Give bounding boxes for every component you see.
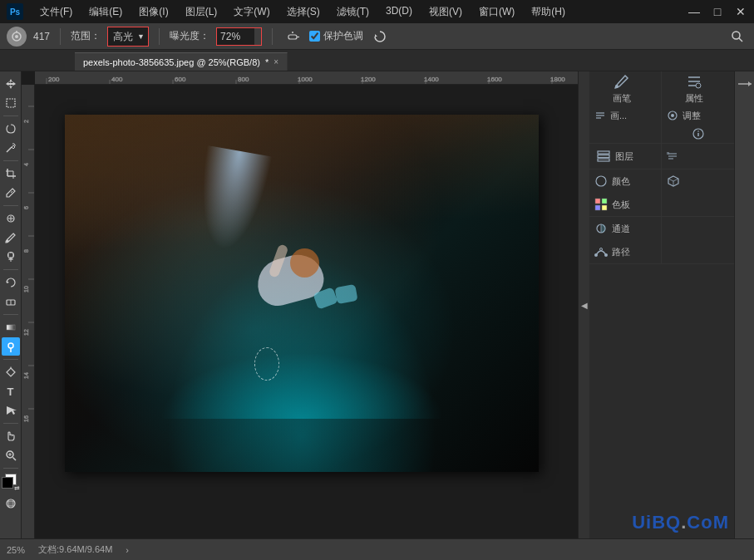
marquee-tool-button[interactable] xyxy=(2,94,20,112)
svg-text:400: 400 xyxy=(111,76,123,83)
menu-view[interactable]: 视图(V) xyxy=(426,3,466,21)
magic-wand-icon xyxy=(5,142,17,154)
tool-separator-2 xyxy=(3,160,18,161)
close-button[interactable]: ✕ xyxy=(734,5,747,18)
document-tab[interactable]: pexels-photo-3856635.jpeg @ 25%(RGB/8) *… xyxy=(75,52,288,71)
menu-image[interactable]: 图像(I) xyxy=(136,3,171,21)
swatches-panel-button[interactable]: 色板 xyxy=(589,193,654,216)
svg-rect-103 xyxy=(595,199,600,204)
adjustments-panel-icon xyxy=(667,110,678,121)
search-button[interactable] xyxy=(727,27,747,47)
svg-rect-3 xyxy=(288,35,297,39)
svg-line-8 xyxy=(739,38,742,42)
document-tab-close[interactable]: × xyxy=(274,57,278,66)
move-tool-button[interactable] xyxy=(2,75,20,93)
svg-line-41 xyxy=(12,458,16,461)
svg-point-36 xyxy=(8,343,13,348)
ps-logo-icon: Ps xyxy=(7,3,23,20)
3d-panel-button[interactable] xyxy=(662,169,734,193)
color-panel-button[interactable]: 颜色 xyxy=(589,169,654,193)
menu-help[interactable]: 帮助(H) xyxy=(528,3,569,21)
foreground-color-swatch[interactable] xyxy=(2,477,13,489)
swatches-panel-label: 色板 xyxy=(612,199,630,211)
svg-text:1400: 1400 xyxy=(424,76,439,83)
minimize-button[interactable]: — xyxy=(687,5,701,18)
expand-panels-icon[interactable] xyxy=(735,78,755,90)
quick-mask-button[interactable] xyxy=(2,494,20,513)
menu-edit[interactable]: 编辑(E) xyxy=(86,3,126,21)
channels-panel-button[interactable]: 通道 xyxy=(589,217,654,240)
floor-glow xyxy=(160,352,444,419)
brush-panel-button[interactable]: 画笔 xyxy=(589,71,654,106)
canvas-body: 2 4 6 8 10 12 14 16 xyxy=(22,85,578,538)
channels-panel-icon xyxy=(594,222,608,235)
panel-toggle-button[interactable]: ◀ xyxy=(578,71,589,538)
paths-panel-button[interactable]: 路径 xyxy=(589,240,654,263)
draw-panel-button[interactable]: 画... xyxy=(589,106,654,125)
type-tool-button[interactable]: T xyxy=(2,382,20,400)
properties-panel-icon xyxy=(686,73,702,90)
properties-panel-label: 属性 xyxy=(685,92,703,105)
eraser-button[interactable] xyxy=(2,292,20,311)
path-select-icon xyxy=(5,405,17,416)
panel-right-4 xyxy=(662,217,734,263)
svg-text:6: 6 xyxy=(23,206,29,209)
spot-heal-button[interactable] xyxy=(2,209,20,228)
lasso-tool-button[interactable] xyxy=(2,120,20,138)
arrow-button[interactable]: › xyxy=(126,545,129,555)
svg-point-1 xyxy=(15,35,18,38)
menu-select[interactable]: 选择(S) xyxy=(283,3,323,21)
pen-tool-button[interactable] xyxy=(2,363,20,381)
eyedropper-icon xyxy=(5,187,17,199)
maximize-button[interactable]: □ xyxy=(711,5,724,18)
ruler-h-svg: 200 400 600 800 1000 1200 1400 1600 1800 xyxy=(35,71,578,85)
tool-separator-5 xyxy=(3,314,18,315)
svg-rect-106 xyxy=(602,205,607,210)
panel-row-1: 画笔 画... xyxy=(589,71,734,144)
menu-layer[interactable]: 图层(L) xyxy=(182,3,221,21)
color-swatch-area[interactable]: ⇄ xyxy=(2,474,20,492)
menu-bar: 文件(F) 编辑(E) 图像(I) 图层(L) 文字(W) 选择(S) 滤镜(T… xyxy=(37,3,569,21)
crop-tool-button[interactable] xyxy=(2,165,20,183)
protect-tone-label[interactable]: 保护色调 xyxy=(309,29,363,43)
tool-preset-button[interactable] xyxy=(7,27,27,47)
menu-type[interactable]: 文字(W) xyxy=(230,3,273,21)
menu-filter[interactable]: 滤镜(T) xyxy=(333,3,372,21)
menu-3d[interactable]: 3D(D) xyxy=(382,3,416,21)
range-select[interactable]: 阴影 中间调 高光 xyxy=(108,27,148,46)
magic-wand-button[interactable] xyxy=(2,139,20,157)
protect-tone-checkbox[interactable] xyxy=(309,31,320,42)
menu-window[interactable]: 窗口(W) xyxy=(476,3,518,21)
adjustments-panel-button[interactable]: 调整 xyxy=(662,106,727,125)
right-panels: ◀ 画笔 xyxy=(578,71,754,538)
canvas-viewport[interactable] xyxy=(48,98,578,538)
info-panel-icon[interactable] xyxy=(692,127,705,140)
airbrush-button[interactable] xyxy=(283,27,303,47)
canvas-document xyxy=(65,115,539,472)
eyedropper-button[interactable] xyxy=(2,184,20,202)
path-select-button[interactable] xyxy=(2,401,20,420)
gradient-button[interactable] xyxy=(2,318,20,336)
hand-tool-button[interactable] xyxy=(2,427,20,445)
history-brush-button[interactable] xyxy=(2,273,20,292)
reset-button[interactable] xyxy=(370,27,390,47)
layers-panel-item[interactable]: 图层 xyxy=(589,144,662,169)
properties-panel-button[interactable]: 属性 xyxy=(662,71,727,106)
swap-colors-icon[interactable]: ⇄ xyxy=(14,484,20,492)
brush-tool-button[interactable] xyxy=(2,228,20,247)
exposure-input[interactable] xyxy=(217,28,254,45)
tool-separator-6 xyxy=(3,359,18,360)
tool-separator-7 xyxy=(3,423,18,424)
dodge-active-icon xyxy=(5,341,17,352)
svg-text:14: 14 xyxy=(23,372,29,379)
menu-file[interactable]: 文件(F) xyxy=(37,3,76,21)
dodge-tool-button[interactable] xyxy=(2,337,20,356)
zoom-tool-button[interactable] xyxy=(2,446,20,464)
draw-panel-label: 画... xyxy=(610,110,627,122)
svg-text:8: 8 xyxy=(23,249,29,253)
svg-text:4: 4 xyxy=(23,163,29,166)
clone-tool-button[interactable] xyxy=(2,248,20,266)
canvas-area: 200 400 600 800 1000 1200 1400 1600 1800 xyxy=(22,71,578,538)
svg-point-110 xyxy=(594,253,598,257)
list-item-panel-button[interactable] xyxy=(662,144,734,169)
